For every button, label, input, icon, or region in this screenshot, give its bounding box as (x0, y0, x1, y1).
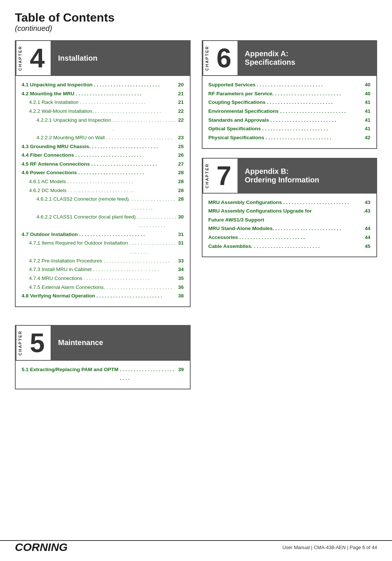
toc-page: 42 (365, 133, 370, 142)
toc-entry: 5.1 Extracting/Replacing PAM and OPTM . … (22, 365, 184, 383)
toc-entry-text: 4.6.2.2 CLASS1 Connector (local plant fe… (36, 213, 137, 230)
chapter5-number: 5 (24, 326, 51, 360)
toc-dots: . . . . . . . . . . . . . . . . . . . . … (262, 124, 363, 133)
toc-page: 21 (178, 89, 184, 98)
chapter7-entries: MRU Assembly Configurations . . . . . . … (208, 198, 371, 251)
chapter5-title: Maintenance (51, 326, 189, 360)
chapter5-content: 5.1 Extracting/Replacing PAM and OPTM . … (16, 360, 190, 389)
toc-dots: . . . . . . . . . . . . . . . . . . . . … (131, 195, 176, 212)
toc-entry: 4.6.2.2 CLASS1 Connector (local plant fe… (22, 213, 184, 230)
toc-entry: 4.2.2.1 Unpacking and Inspection . . . .… (22, 116, 184, 133)
toc-entry-text: Cable Assemblies. (208, 242, 253, 251)
toc-page: 40 (365, 80, 370, 89)
toc-dots: . . . . . . . . . . . . . . . . . . . . … (266, 133, 363, 142)
toc-dots: . . . . . . . . . . . . . . . . . . . . … (283, 198, 363, 207)
chapter6-header: CHAPTER 6 Appendix A: Specifications (203, 41, 377, 75)
toc-dots: . . . . . . . . . . . . . . . . . . . . … (68, 186, 177, 195)
chapter7-box: CHAPTER 7 Appendix B: Ordering Informati… (202, 158, 377, 258)
corning-logo: CORNING (15, 541, 68, 554)
toc-entry: Environmental Specifications . . . . . .… (208, 107, 371, 116)
chapter5-entries: 5.1 Extracting/Replacing PAM and OPTM . … (22, 365, 184, 383)
toc-entry-text: 4.7.3 Install MRU in Cabinet (29, 265, 92, 274)
chapter5-label: CHAPTER (16, 326, 24, 360)
toc-page: 39 (178, 365, 184, 383)
page-title: Table of Contents (15, 11, 377, 24)
toc-page: 38 (178, 291, 184, 300)
toc-entry-text: MRU Stand-Alone Modules. (208, 224, 274, 233)
page-footer: CORNING User Manual | CMA-438-AEN | Page… (0, 540, 392, 554)
toc-dots: . . . . . . . . . . . . . . . . . . . . … (275, 89, 363, 98)
toc-entry-text: 4.7.1 Items Required for Outdoor Install… (29, 239, 128, 256)
toc-dots: . . . . . . . . . . . . . . . . . . . . … (80, 98, 177, 107)
toc-entry: Cable Assemblies. . . . . . . . . . . . … (208, 242, 371, 251)
toc-entry-text: 4.2 Mounting the MRU (22, 89, 74, 98)
toc-dots: . . . . . . . . . . . . . . . . . . . . … (79, 168, 177, 177)
page-container: Table of Contents (continued) CHAPTER 4 … (0, 0, 392, 421)
toc-entry: 4.6 Power Connections . . . . . . . . . … (22, 168, 184, 177)
toc-entry-text: 4.2.2.1 Unpacking and Inspection (36, 116, 111, 133)
toc-entry-text: 4.1 Unpacking and Inspection (22, 80, 93, 89)
toc-dots: . . . . . . . . . . . . . . . . . . . . … (94, 80, 177, 89)
toc-dots: . . . . . . . . . . . . . . . . . . . . … (271, 116, 363, 125)
col-right: CHAPTER 6 Appendix A: Specifications Sup… (202, 40, 377, 316)
chapter7-number: 7 (211, 159, 238, 193)
toc-entry-text: Accessories (208, 233, 238, 242)
toc-entry: Coupling Specifications . . . . . . . . … (208, 98, 371, 107)
chapter7-title-line2: Ordering Information (245, 176, 319, 184)
toc-page: 28 (178, 186, 184, 195)
toc-dots: . . . . . . . . . . . . . . . . . . . . … (84, 274, 176, 283)
toc-entry-text: 4.8 Verifying Normal Operation (22, 291, 95, 300)
toc-page: 44 (365, 224, 370, 233)
toc-entry: MRU Stand-Alone Modules. . . . . . . . .… (208, 224, 371, 233)
toc-dots (313, 207, 362, 216)
toc-dots: . . . . . . . . . . . . . . . . . . . . … (280, 107, 363, 116)
footer-info: User Manual | CMA-438-AEN | Page 6 of 44 (282, 545, 377, 550)
toc-entry-text: 4.6 Power Connections (22, 168, 77, 177)
toc-entry: 4.7.1 Items Required for Outdoor Install… (22, 239, 184, 256)
toc-entry: 4.6.1 AC Models . . . . . . . . . . . . … (22, 177, 184, 186)
toc-entry-text: 4.7.2 Pre-Installation Procedures (29, 256, 102, 265)
toc-entry: Supported Services . . . . . . . . . . .… (208, 80, 371, 89)
toc-page: 43 (365, 198, 370, 207)
toc-page: 22 (178, 107, 184, 116)
toc-entry: 4.2.1 Rack Installation . . . . . . . . … (22, 98, 184, 107)
chapter6-entries: Supported Services . . . . . . . . . . .… (208, 80, 371, 142)
toc-entry-text: MRU Assembly Configurations Upgrade for (208, 207, 312, 216)
toc-dots: . . . . . . . . . . . . . . . . . . . . … (106, 283, 176, 292)
toc-entry: Standards and Approvals . . . . . . . . … (208, 116, 371, 125)
chapter7-title: Appendix B: Ordering Information (238, 159, 376, 193)
toc-page: 26 (178, 151, 184, 160)
toc-dots: . . . . . . . . . . . . . . . . . . . . … (106, 133, 176, 142)
toc-entry-text: 4.7.4 MRU Connections (29, 274, 82, 283)
chapter6-label: CHAPTER (203, 41, 211, 75)
toc-dots: . . . . . . . . . . . . . . . . . . . . … (76, 151, 176, 160)
chapter4-box: CHAPTER 4 Installation 4.1 Unpacking and… (15, 40, 191, 307)
toc-entry: Optical Specifications . . . . . . . . .… (208, 124, 371, 133)
toc-page: .43 (363, 207, 370, 216)
chapter7-content: MRU Assembly Configurations . . . . . . … (203, 193, 377, 257)
toc-entry-text: 4.7.5 External Alarm Connections. (29, 283, 105, 292)
chapter4-number: 4 (24, 41, 51, 75)
toc-entry-text: 4.2.2 Wall-Mount Installation. (29, 107, 94, 116)
toc-dots: . . . . . . . . . . . . . . . . . . . . … (120, 365, 176, 383)
toc-page: 41 (365, 98, 370, 107)
toc-entry-text: 4.2.1 Rack Installation (29, 98, 79, 107)
toc-entry-text: 4.6.2 DC Models (29, 186, 67, 195)
toc-dots: . . . . . . . . . . . . . . . . . . . . … (257, 80, 363, 89)
toc-entry: 4.2.2.2 Mounting MRU on Wall . . . . . .… (22, 133, 184, 142)
toc-dots: . . . . . . . . . . . . . . . . . . . . … (95, 107, 177, 116)
toc-dots: . . . . . . . . . . . . . . . . . . . . … (91, 160, 176, 169)
toc-entry-text: Optical Specifications (208, 124, 261, 133)
toc-page: 28 (178, 195, 184, 212)
toc-entry-text: 4.6.1 AC Models (29, 177, 66, 186)
toc-page: 35 (178, 274, 184, 283)
toc-entry-text: Standards and Approvals (208, 116, 269, 125)
toc-dots: . . . . . . . . . . . . . . . . . . . . … (93, 265, 176, 274)
toc-entry: RF Parameters per Service. . . . . . . .… (208, 89, 371, 98)
toc-dots: . . . . . . . . . . . . . . . . . . . . … (96, 291, 176, 300)
toc-entry-text: 5.1 Extracting/Replacing PAM and OPTM (22, 365, 118, 383)
toc-page: 21 (178, 98, 184, 107)
col-left: CHAPTER 4 Installation 4.1 Unpacking and… (15, 40, 191, 316)
toc-entry-text: RF Parameters per Service. (208, 89, 274, 98)
chapter4-entries: 4.1 Unpacking and Inspection . . . . . .… (22, 80, 184, 300)
